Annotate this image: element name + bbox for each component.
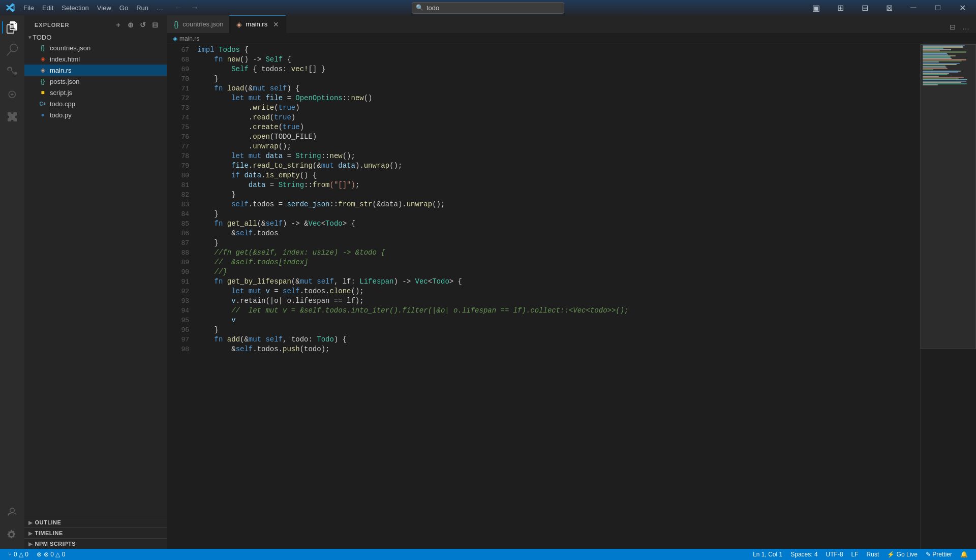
menu-edit[interactable]: Edit [38,3,57,13]
cpp-file-icon: C+ [39,100,47,108]
toggle-panel-button[interactable]: ⊞ [829,0,852,15]
new-folder-button[interactable]: ⊕ [125,19,136,30]
refresh-button[interactable]: ↺ [137,19,148,30]
file-todo-cpp[interactable]: C+ todo.cpp [24,98,167,109]
code-line-90: //} [193,267,920,277]
outline-section: ▶ OUTLINE [24,517,167,527]
breadcrumb-path: main.rs [179,35,199,42]
search-bar[interactable]: 🔍 [412,2,564,14]
source-control-status[interactable]: ⑂ 0 △ 0 [4,549,33,560]
timeline-header[interactable]: ▶ TIMELINE [24,528,167,538]
file-posts-json[interactable]: {} posts.json [24,76,167,87]
customize-layout-button[interactable]: ⊠ [877,0,901,15]
tab-main-rs[interactable]: ◈ main.rs ✕ [229,15,287,33]
branch-icon: ⑂ [8,551,12,558]
line-ending-label: LF [851,551,859,558]
maximize-button[interactable]: □ [926,0,950,15]
main-container: EXPLORER + ⊕ ↺ ⊟ ▾ TODO {} countries.jso… [0,15,976,549]
errors-status[interactable]: ⊗ ⊗ 0 △ 0 [33,549,69,560]
folder-todo[interactable]: ▾ TODO [24,33,167,42]
js-file-icon: ■ [39,88,47,97]
file-script-js[interactable]: ■ script.js [24,87,167,98]
code-content[interactable]: impl Todos { fn new() -> Self { Self { t… [193,44,920,549]
spaces-label: Spaces: 4 [790,551,817,558]
prettier-status[interactable]: ✎ Prettier [922,549,956,560]
code-line-71: fn load(&mut self) { [193,84,920,94]
back-button[interactable]: ← [171,1,186,15]
sidebar-actions: + ⊕ ↺ ⊟ [113,19,161,30]
timeline-label: TIMELINE [35,530,63,536]
activity-run-debug[interactable] [2,84,22,105]
json-file-icon-2: {} [39,77,47,85]
outline-label: OUTLINE [35,519,62,525]
toggle-auxiliary-button[interactable]: ⊟ [853,0,876,15]
code-line-72: let mut file = OpenOptions::new() [193,94,920,103]
close-button[interactable]: ✕ [951,0,974,15]
close-tab-button[interactable]: ✕ [271,20,281,29]
activity-explorer[interactable] [2,17,22,38]
menu-selection[interactable]: Selection [57,3,93,13]
code-line-73: .write(true) [193,103,920,113]
split-editor-button[interactable]: ⊟ [947,21,959,33]
golive-status[interactable]: ⚡ Go Live [883,549,922,560]
breadcrumb-file: ◈ [173,35,177,42]
chevron-right-icon: ▶ [28,520,33,525]
file-main-rs[interactable]: ◈ main.rs [24,65,167,76]
vscode-logo [4,2,16,14]
minimize-button[interactable]: ─ [902,0,925,15]
notifications-status[interactable]: 🔔 [956,549,972,560]
code-line-83: self.todos = serde_json::from_str(&data)… [193,200,920,209]
file-countries-json[interactable]: {} countries.json [24,42,167,53]
file-name: main.rs [50,67,72,74]
py-file-icon: ● [39,111,47,119]
tab-label-active: main.rs [246,20,268,28]
menu-view[interactable]: View [93,3,115,13]
activity-bar [0,15,24,549]
json-file-icon: {} [39,44,47,52]
code-line-88: //fn get(&self, index: usize) -> &todo { [193,248,920,258]
toggle-sidebar-button[interactable]: ▣ [804,0,828,15]
titlebar: File Edit Selection View Go Run … ← → 🔍 … [0,0,976,15]
activity-extensions[interactable] [2,107,22,127]
spaces-status[interactable]: Spaces: 4 [786,549,821,560]
tab-label: countries.json [182,20,223,28]
menu-file[interactable]: File [19,3,38,13]
npm-header[interactable]: ▶ NPM SCRIPTS [24,539,167,549]
npm-section: ▶ NPM SCRIPTS [24,538,167,549]
collapse-all-button[interactable]: ⊟ [149,19,161,30]
new-file-button[interactable]: + [113,19,124,30]
timeline-section: ▶ TIMELINE [24,527,167,538]
code-line-81: data = String::from("[]"); [193,180,920,190]
file-name: todo.py [50,111,72,119]
file-todo-py[interactable]: ● todo.py [24,109,167,120]
code-line-92: let mut v = self.todos.clone(); [193,287,920,296]
errors-label: ⊗ 0 △ 0 [44,551,65,558]
code-line-67: impl Todos { [193,45,920,55]
menu-more[interactable]: … [152,3,167,13]
line-ending-status[interactable]: LF [847,549,863,560]
tab-countries-json[interactable]: {} countries.json [167,15,229,33]
search-input[interactable] [412,2,564,14]
encoding-status[interactable]: UTF-8 [822,549,847,560]
code-line-86: &self.todos [193,229,920,238]
tab-rust-icon: ◈ [236,20,242,28]
tabs-bar: {} countries.json ◈ main.rs ✕ ⊟ … [167,15,976,33]
menu-go[interactable]: Go [115,3,132,13]
forward-button[interactable]: → [188,1,202,15]
file-index-html[interactable]: ◈ index.html [24,53,167,65]
activity-search[interactable] [2,40,22,60]
activity-source-control[interactable] [2,62,22,82]
position-status[interactable]: Ln 1, Col 1 [749,549,786,560]
menu-run[interactable]: Run [132,3,152,13]
settings-icon[interactable] [2,524,22,545]
code-line-82: } [193,190,920,200]
more-actions-button[interactable]: … [960,21,972,33]
language-status[interactable]: Rust [863,549,883,560]
outline-header[interactable]: ▶ OUTLINE [24,517,167,527]
code-line-85: fn get_all(&self) -> &Vec<Todo> { [193,219,920,229]
chevron-right-icon-3: ▶ [28,541,33,547]
search-icon: 🔍 [416,4,423,11]
line-numbers: 6768697071727374757677787980818283848586… [167,44,193,549]
html-file-icon: ◈ [39,55,47,63]
account-icon[interactable] [2,502,22,522]
